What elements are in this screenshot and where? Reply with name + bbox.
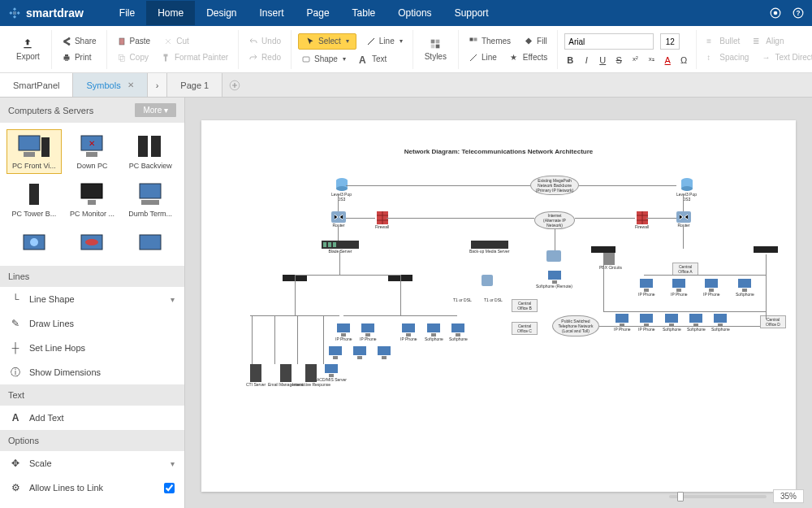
undo-button[interactable]: Undo	[245, 35, 284, 48]
allow-lines-checkbox[interactable]	[164, 483, 175, 493]
menu-options[interactable]: Options	[387, 1, 443, 25]
tab-page1[interactable]: Page 1	[167, 73, 222, 97]
italic-button[interactable]: I	[581, 55, 592, 65]
tab-smartpanel[interactable]: SmartPanel	[0, 73, 73, 97]
close-icon[interactable]: ✕	[127, 80, 134, 89]
menu-support[interactable]: Support	[443, 1, 500, 25]
symbol-item-7[interactable]	[6, 225, 62, 259]
more-symbols-button[interactable]: More ▾	[135, 103, 176, 117]
node-ip-phone-1[interactable]: IP Phone	[335, 323, 352, 341]
bullet-button[interactable]: ≡Bullet	[703, 35, 743, 48]
diagram-canvas[interactable]: Network Diagram: Telecommunications Netw…	[201, 120, 796, 492]
node-ip-phone-5[interactable]: IP Phone	[614, 314, 630, 332]
effects-button[interactable]: ★Effects	[507, 51, 551, 64]
allow-lines-item[interactable]: ⚙Allow Lines to Link	[0, 475, 184, 500]
node-backbone-cloud[interactable]: Existing MegaPath Network Backbone (Prim…	[530, 176, 579, 195]
node-softphone-1[interactable]	[327, 346, 343, 359]
symbol-down-pc[interactable]: ✕ Down PC	[65, 129, 120, 174]
node-central-office-a[interactable]: Central Office A	[672, 263, 698, 276]
node-level3-pop-right[interactable]: Level3 PopDS3	[676, 177, 697, 202]
node-backup-media-server[interactable]: Back-up Media Server	[469, 241, 509, 254]
node-softswitch[interactable]	[546, 250, 561, 262]
node-central-office-c[interactable]: Central Office C	[512, 322, 538, 335]
symbol-pc-tower[interactable]: PC Tower B...	[6, 177, 62, 222]
zoom-value[interactable]: 35%	[773, 489, 804, 503]
node-ip-phone-3[interactable]: IP Phone	[400, 323, 417, 341]
symbol-item-8[interactable]	[65, 225, 120, 259]
node-central-office-b[interactable]: Central Office B	[512, 299, 538, 312]
node-level3-pop-left[interactable]: Level3 PopDS3	[331, 177, 352, 202]
shape-tool-button[interactable]: Shape▾	[298, 53, 349, 66]
cut-button[interactable]: Cut	[160, 35, 192, 48]
line-style-button[interactable]: Line	[465, 51, 500, 64]
strikethrough-button[interactable]: S	[613, 55, 624, 65]
tab-symbols[interactable]: Symbols✕	[73, 73, 147, 97]
menu-design[interactable]: Design	[195, 1, 248, 25]
export-button[interactable]: Export	[11, 36, 45, 63]
zoom-thumb[interactable]	[677, 492, 684, 501]
scale-item[interactable]: ✥Scale▾	[0, 451, 184, 475]
menu-page[interactable]: Page	[296, 1, 341, 25]
set-line-hops-item[interactable]: ┼Set Line Hops	[0, 336, 184, 360]
node-router-left[interactable]: Router	[331, 211, 346, 228]
node-softphone-2[interactable]	[352, 346, 368, 359]
node-ip-phone-9[interactable]: IP Phone	[703, 279, 719, 297]
symbol-dumb-terminal[interactable]: Dumb Term...	[123, 177, 178, 222]
underline-button[interactable]: U	[597, 55, 608, 65]
node-switch-4[interactable]	[591, 246, 615, 253]
bold-button[interactable]: B	[564, 55, 576, 65]
draw-lines-item[interactable]: ✎Draw Lines	[0, 311, 184, 336]
menu-home[interactable]: Home	[146, 1, 195, 25]
font-name-input[interactable]	[564, 33, 654, 50]
zoom-slider[interactable]	[669, 495, 767, 498]
font-color-button[interactable]: A	[662, 55, 673, 65]
node-ip-phone-2[interactable]: IP Phone	[360, 323, 376, 341]
symbol-pc-front[interactable]: PC Front Vi...	[6, 129, 62, 174]
symbol-pc-backview[interactable]: PC Backview	[123, 129, 178, 174]
node-softphone-remote[interactable]: Softphone (Remote)	[536, 271, 572, 289]
node-switch-5[interactable]	[754, 246, 778, 253]
copy-button[interactable]: Copy	[114, 51, 152, 64]
node-internet-cloud[interactable]: Internet (Alternate IP Network)	[534, 211, 575, 229]
menu-insert[interactable]: Insert	[248, 1, 296, 25]
spacing-button[interactable]: ↕Spacing	[703, 51, 752, 64]
node-pstn-cloud[interactable]: Public Switched Telephone Network (Local…	[552, 315, 599, 336]
subscript-button[interactable]: x₂	[646, 55, 657, 65]
styles-button[interactable]: Styles	[420, 36, 451, 63]
node-softphone-3[interactable]	[376, 346, 392, 359]
node-switch-3[interactable]	[482, 275, 493, 286]
add-text-item[interactable]: AAdd Text	[0, 406, 184, 430]
select-tool-button[interactable]: Select▾	[298, 33, 356, 50]
node-softphone-6[interactable]: Softphone	[687, 314, 706, 332]
add-page-button[interactable]	[222, 73, 247, 97]
superscript-button[interactable]: x²	[629, 55, 641, 65]
node-router-right[interactable]: Router	[676, 211, 691, 228]
node-firewall-right[interactable]: Firewall	[635, 211, 649, 229]
node-ip-phone-8[interactable]: IP Phone	[671, 279, 687, 297]
line-tool-button[interactable]: Line▾	[363, 33, 406, 50]
help-icon[interactable]: ?	[793, 7, 804, 19]
menu-table[interactable]: Table	[341, 1, 387, 25]
notification-icon[interactable]	[770, 7, 781, 19]
node-ip-phone-6[interactable]: IP Phone	[638, 314, 654, 332]
node-acd-server[interactable]: ACD/MIS Server	[317, 364, 347, 382]
redo-button[interactable]: Redo	[245, 51, 284, 64]
node-firewall-left[interactable]: Firewall	[375, 211, 389, 229]
menu-file[interactable]: File	[108, 1, 146, 25]
fill-button[interactable]: Fill	[520, 35, 551, 48]
symbol-item-9[interactable]	[123, 225, 178, 259]
node-cti-server[interactable]: CTI Server	[246, 364, 266, 387]
tab-overflow-button[interactable]: ›	[148, 73, 168, 97]
print-button[interactable]: Print	[58, 51, 100, 64]
themes-button[interactable]: Themes	[465, 35, 514, 48]
font-size-input[interactable]	[660, 33, 680, 50]
share-button[interactable]: Share	[58, 35, 100, 48]
node-central-office-d[interactable]: Central Office D	[760, 315, 786, 328]
node-softphone-5[interactable]: Softphone	[663, 314, 681, 332]
text-direction-button[interactable]: →Text Direction	[758, 51, 812, 64]
text-tool-button[interactable]: AText	[356, 53, 390, 66]
line-shape-item[interactable]: └Line Shape▾	[0, 287, 184, 311]
node-softphone-7[interactable]: Softphone	[711, 314, 730, 332]
text-options-button[interactable]: Ω	[678, 55, 689, 65]
symbol-pc-monitor[interactable]: PC Monitor ...	[65, 177, 120, 222]
